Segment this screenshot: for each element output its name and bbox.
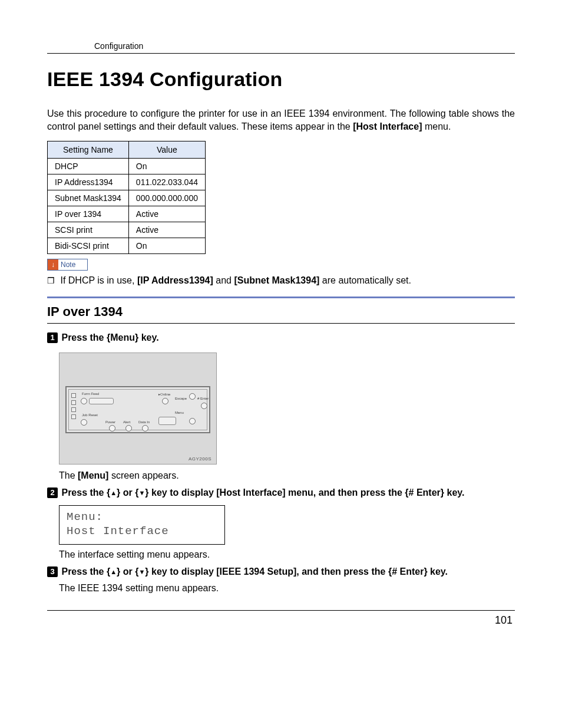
note-bold1: [IP Address1394] <box>137 275 213 285</box>
text: Press the <box>61 566 106 577</box>
intro-menu-ref: [Host Interface] <box>353 121 422 131</box>
step-1-head: 1 Press the {Menu} key. <box>47 332 515 344</box>
table-row: IP Address1394011.022.033.044 <box>48 174 206 190</box>
step-2-head: 2 Press the {▲} or {▼} key to display [H… <box>47 487 515 499</box>
table-row: SCSI printActive <box>48 222 206 238</box>
step-3-result: The IEEE 1394 setting menu appears. <box>59 583 515 594</box>
step-3-head: 3 Press the {▲} or {▼} key to display [I… <box>47 566 515 578</box>
button-dot <box>81 419 87 426</box>
cell-value: 011.022.033.044 <box>128 174 205 190</box>
label-data-in: Data In <box>138 420 150 424</box>
label-enter: # Enter <box>197 397 209 400</box>
text: key. <box>444 487 464 498</box>
note-pre: If DHCP is in use, <box>60 275 137 285</box>
cell-value: On <box>128 159 205 174</box>
label-online: ▸Online <box>158 392 170 396</box>
step-number-icon: 1 <box>47 332 58 343</box>
section-rule-thin <box>47 323 515 324</box>
section-rule-top <box>47 297 515 298</box>
label-power: Power <box>105 420 115 424</box>
indicator-square <box>71 407 76 412</box>
table-row: IP over 1394Active <box>48 206 206 222</box>
led-dot <box>125 425 132 431</box>
running-header: Configuration <box>94 41 515 51</box>
step-number-icon: 2 <box>47 487 58 498</box>
label-escape: Escape <box>175 397 187 400</box>
text: screen appears. <box>108 470 178 480</box>
led-dot <box>109 425 115 431</box>
menu-ref: [Host Interface] <box>216 487 285 498</box>
text: Press the <box>61 487 106 498</box>
cell-name: IP Address1394 <box>48 174 129 190</box>
intro-text-end: menu. <box>422 121 451 131</box>
menu-button <box>158 417 176 425</box>
label-menu: Menu <box>175 411 184 414</box>
text: or <box>120 487 135 498</box>
page-number: 101 <box>47 614 515 627</box>
menu-ref: [IEEE 1394 Setup] <box>216 566 296 577</box>
step-3: 3 Press the {▲} or {▼} key to display [I… <box>47 566 515 594</box>
table-row: DHCPOn <box>48 159 206 174</box>
label-form-feed: Form Feed <box>82 392 99 396</box>
text: menu, and then press the <box>286 487 405 498</box>
button-dot <box>201 403 207 409</box>
up-triangle-icon: ▲ <box>110 568 117 576</box>
indicator-square <box>71 400 76 405</box>
step-2: 2 Press the {▲} or {▼} key to display [H… <box>47 487 515 560</box>
down-button <box>189 418 196 424</box>
panel-frame: Form Feed Job Reset Power Alert Data In … <box>65 386 210 433</box>
indicator-square <box>71 414 76 419</box>
note-badge: ↓ Note <box>47 259 88 271</box>
lcd-line1: Menu: <box>67 510 217 525</box>
lcd-small <box>89 398 114 404</box>
text: , and then press the <box>296 566 388 577</box>
key-enter: # Enter <box>392 566 424 577</box>
lcd-display: Menu: Host Interface <box>59 505 225 545</box>
note-bold2: [Subnet Mask1394] <box>234 275 319 285</box>
table-row: Bidi-SCSI printOn <box>48 238 206 254</box>
lcd-line2: Host Interface <box>67 525 217 539</box>
settings-table: Setting Name Value DHCPOn IP Address1394… <box>47 141 206 254</box>
cell-name: IP over 1394 <box>48 206 129 222</box>
note-text: ❒ If DHCP is in use, [IP Address1394] an… <box>47 275 515 286</box>
page-title: IEEE 1394 Configuration <box>47 68 515 91</box>
cell-value: Active <box>128 206 205 222</box>
note-label: Note <box>61 261 75 269</box>
label-alert: Alert <box>123 420 130 424</box>
cell-name: SCSI print <box>48 222 129 238</box>
step-1: 1 Press the {Menu} key. Form Feed Job Re… <box>47 332 515 481</box>
text: The <box>59 470 78 480</box>
step-number-icon: 3 <box>47 566 58 577</box>
cell-name: DHCP <box>48 159 129 174</box>
up-triangle-icon: ▲ <box>110 489 117 497</box>
step-text: key. <box>138 332 158 342</box>
th-value: Value <box>128 141 205 159</box>
led-dot <box>142 425 148 431</box>
label-job-reset: Job Reset <box>82 413 98 417</box>
cell-value: On <box>128 238 205 254</box>
header-rule <box>47 53 515 54</box>
control-panel-illustration: Form Feed Job Reset Power Alert Data In … <box>59 353 217 465</box>
footer-rule <box>47 610 515 611</box>
step-text: Press the <box>61 332 106 342</box>
cell-value: 000.000.000.000 <box>128 190 205 206</box>
button-dot <box>81 398 87 404</box>
key-enter: # Enter <box>409 487 441 498</box>
illustration-caption: AGY200S <box>189 456 211 462</box>
text: key to display <box>149 566 217 577</box>
note-mid: and <box>213 275 234 285</box>
text: or <box>120 566 135 577</box>
down-arrow-icon: ↓ <box>48 259 58 270</box>
up-button <box>189 393 196 400</box>
section-heading: IP over 1394 <box>47 304 515 319</box>
text: key. <box>428 566 448 577</box>
step-2-result: The interface setting menu appears. <box>59 549 515 560</box>
text: key to display <box>149 487 217 498</box>
down-triangle-icon: ▼ <box>138 489 145 497</box>
table-row: Subnet Mask1394000.000.000.000 <box>48 190 206 206</box>
note-post: are automatically set. <box>319 275 411 285</box>
cell-value: Active <box>128 222 205 238</box>
cell-name: Subnet Mask1394 <box>48 190 129 206</box>
panel-frame-inner: Form Feed Job Reset Power Alert Data In … <box>68 389 207 430</box>
indicator-square <box>71 393 76 398</box>
